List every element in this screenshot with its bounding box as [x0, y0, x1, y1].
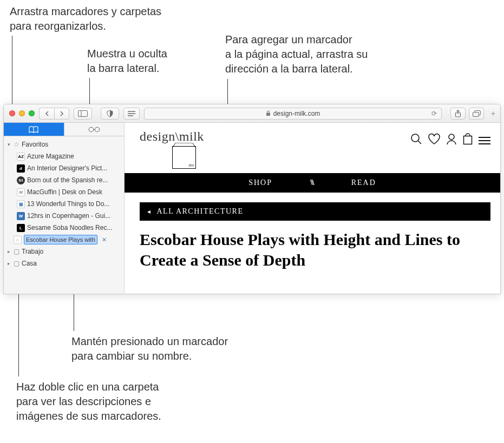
site-header: design\milk dm — [125, 123, 500, 173]
svg-rect-5 — [266, 113, 270, 116]
forward-button[interactable] — [54, 108, 69, 120]
logo-dm: dm — [188, 163, 194, 167]
article-title: Escobar House Plays with Height and Line… — [125, 221, 500, 271]
sidebar-icon — [78, 110, 88, 117]
breadcrumb[interactable]: ◂ ALL ARCHITECTURE — [140, 202, 490, 221]
address-area: design-milk.com ⟳ — [101, 108, 442, 120]
breadcrumb-label: ALL ARCHITECTURE — [157, 207, 244, 216]
nav-back-forward — [39, 108, 69, 120]
svg-point-10 — [95, 127, 99, 131]
sidebar-section-favorites[interactable]: ▾ ☆ Favoritos — [4, 138, 124, 150]
zoom-window-button[interactable] — [29, 110, 35, 116]
sidebar-folder[interactable]: ▸ ▢ Trabajo — [4, 246, 124, 257]
clear-icon[interactable]: ✕ — [102, 236, 107, 243]
window-body: ▾ ☆ Favoritos AZ Azure Magazine d An Int… — [4, 123, 500, 294]
sidebar-tab-reading-list[interactable] — [64, 123, 125, 136]
svg-rect-14 — [464, 136, 472, 144]
sidebar-folder[interactable]: ▸ ▢ Casa — [4, 257, 124, 269]
disclosure-triangle-icon[interactable]: ▾ — [6, 142, 11, 147]
tabs-button[interactable] — [469, 108, 484, 120]
bookmark-label: Born out of the Spanish re... — [27, 176, 108, 184]
logo-graphic: dm — [172, 146, 196, 169]
sidebar: ▾ ☆ Favoritos AZ Azure Magazine d An Int… — [4, 123, 125, 294]
sidebar-toggle-button[interactable] — [74, 108, 92, 120]
close-window-button[interactable] — [9, 110, 15, 116]
callout-line — [18, 287, 19, 376]
search-icon[interactable] — [410, 133, 422, 148]
bookmark-item[interactable]: L Sesame Soba Noodles Rec... — [4, 222, 124, 234]
chevron-right-icon — [60, 111, 64, 116]
disclosure-triangle-icon[interactable]: ▸ — [6, 249, 11, 254]
toolbar-right: ＋ — [450, 108, 497, 120]
reload-button[interactable]: ⟳ — [431, 110, 437, 117]
bookmark-rename-input[interactable]: Escobar House Plays with — [24, 235, 97, 244]
site-header-actions — [410, 129, 490, 148]
bookmark-label: An Interior Designer's Pict... — [27, 164, 107, 172]
bookmark-item[interactable]: M MacGuffin | Desk on Desk — [4, 186, 124, 198]
site-favicon: M — [17, 188, 25, 196]
site-favicon: fri — [17, 176, 25, 184]
site-navbar: SHOP \\\ READ — [125, 173, 500, 193]
callout-double-click: Haz doble clic en una carpeta para ver l… — [16, 380, 161, 424]
bookmark-label: Sesame Soba Noodles Rec... — [27, 224, 112, 232]
bookmark-label: MacGuffin | Desk on Desk — [27, 188, 102, 196]
callout-drag: Arrastra marcadores y carpetas para reor… — [10, 4, 161, 34]
callout-line — [227, 79, 228, 107]
share-button[interactable] — [450, 108, 466, 120]
bookmark-label: 13 Wonderful Things to Do... — [27, 200, 109, 208]
callout-rename: Mantén presionado un marcador para cambi… — [71, 334, 228, 363]
sidebar-tab-bookmarks[interactable] — [4, 123, 64, 136]
sidebar-list: ▾ ☆ Favoritos AZ Azure Magazine d An Int… — [4, 136, 124, 272]
site-favicon: ⌂ — [14, 236, 22, 244]
svg-point-9 — [89, 127, 93, 131]
bookmark-item[interactable]: fri Born out of the Spanish re... — [4, 174, 124, 186]
callout-add-bookmark: Para agregar un marcador a la página act… — [225, 32, 368, 76]
shield-icon — [106, 110, 114, 117]
bookmark-item[interactable]: W 12hrs in Copenhagen - Gui... — [4, 210, 124, 222]
heart-icon[interactable] — [428, 133, 441, 148]
chevron-left-icon: ◂ — [147, 208, 152, 216]
bookmark-label: 12hrs in Copenhagen - Gui... — [27, 212, 110, 220]
svg-line-12 — [418, 141, 422, 144]
reader-button[interactable] — [123, 108, 140, 120]
new-tab-button[interactable]: ＋ — [489, 109, 497, 118]
account-icon[interactable] — [446, 133, 457, 148]
address-bar[interactable]: design-milk.com ⟳ — [144, 108, 442, 120]
svg-point-13 — [449, 134, 454, 140]
folder-icon: ▢ — [14, 260, 19, 267]
back-button[interactable] — [39, 108, 54, 120]
reader-icon — [128, 111, 135, 116]
site-favicon: L — [17, 224, 25, 232]
bookmark-label: Azure Magazine — [27, 153, 74, 160]
site-favicon: d — [17, 164, 25, 173]
disclosure-triangle-icon[interactable]: ▸ — [6, 261, 11, 266]
folder-icon: ▢ — [14, 248, 19, 255]
webpage-content: design\milk dm — [125, 123, 500, 294]
site-logo[interactable]: design\milk dm — [140, 129, 204, 169]
folder-label: Casa — [22, 260, 37, 267]
svg-rect-0 — [78, 110, 88, 116]
toolbar: design-milk.com ⟳ ＋ — [4, 104, 500, 123]
book-icon — [29, 126, 38, 133]
safari-window: design-milk.com ⟳ ＋ — [3, 104, 501, 294]
address-text: design-milk.com — [273, 110, 320, 117]
bookmark-item[interactable]: d An Interior Designer's Pict... — [4, 162, 124, 174]
chevron-left-icon — [45, 111, 49, 116]
folder-label: Trabajo — [22, 248, 43, 255]
svg-point-11 — [411, 134, 419, 142]
lock-icon — [266, 110, 271, 116]
callout-toggle-sidebar: Muestra u oculta la barra lateral. — [87, 47, 167, 76]
tabs-icon — [473, 110, 481, 117]
bookmark-item[interactable]: AZ Azure Magazine — [4, 150, 124, 162]
menu-icon[interactable] — [479, 137, 490, 144]
minimize-window-button[interactable] — [19, 110, 25, 116]
bookmark-item[interactable]: ▦ 13 Wonderful Things to Do... — [4, 198, 124, 210]
bookmark-item-editing[interactable]: ⌂ Escobar House Plays with ✕ — [4, 234, 124, 246]
callout-line — [89, 78, 90, 108]
section-label: Favoritos — [22, 141, 48, 148]
window-controls — [7, 110, 35, 116]
nav-read[interactable]: READ — [351, 178, 376, 187]
nav-shop[interactable]: SHOP — [248, 178, 272, 187]
privacy-report-button[interactable] — [101, 108, 119, 120]
bag-icon[interactable] — [462, 133, 473, 148]
